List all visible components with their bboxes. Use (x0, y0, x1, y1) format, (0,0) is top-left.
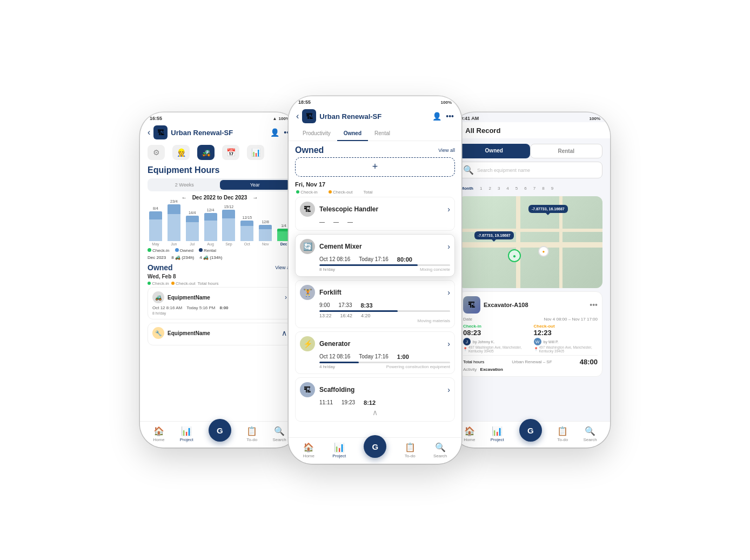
record-checkin-block: Check-in 08:23 J by Johnny K. 📍 497 Wash… (463, 324, 527, 353)
left-nav-home[interactable]: 🏠 Home (153, 426, 164, 442)
left-project-icon: 🏗 (153, 125, 168, 139)
scaffolding-total: 8:12 (364, 399, 376, 406)
right-title: All Record (465, 126, 500, 135)
left-nav-project[interactable]: 📊 Project (180, 426, 193, 442)
left-summary: Dec 2023 8 🚜 (234h) 4 🚜 (134h) (148, 255, 292, 260)
cement-note: 8 hr/day (319, 267, 335, 272)
nav-icon-person[interactable]: 👷 (172, 145, 190, 160)
month-7[interactable]: 7 (531, 185, 538, 192)
month-5[interactable]: 5 (513, 185, 520, 192)
left-nav-bar: ‹ 🏗 Urban Renewal-SF 👤 ••• (140, 122, 299, 143)
expand-icon[interactable]: ∧ (282, 329, 287, 337)
nav-icon-chart[interactable]: 📊 (247, 145, 264, 160)
right-fab[interactable]: G (519, 419, 542, 442)
cement-desc: Mixing concrete (420, 267, 450, 272)
checkout-avatar: W (534, 338, 541, 345)
center-view-all[interactable]: View all (438, 148, 455, 153)
checkout-by: W by Will P. (534, 338, 598, 345)
record-header: 🏗 Excavator-A108 ••• (463, 296, 598, 314)
map-road-v1 (516, 196, 520, 288)
scene: 16:55 ▲ 100% ‹ 🏗 Urban Renewal-SF 👤 ••• … (0, 0, 750, 560)
record-activity-row: Activity Excavation (463, 367, 598, 372)
record-date-row: Date Nov 4 08:00 – Nov 17 17:00 (463, 317, 598, 322)
checkin-label: Check-in (463, 324, 527, 329)
center-owned-header: Owned View all (295, 141, 455, 157)
center-add-user-icon[interactable]: 👤 (432, 112, 441, 121)
right-search-icon-nav: 🔍 (585, 426, 595, 436)
center-nav-actions: 👤 ••• (432, 112, 454, 121)
center-nav-search[interactable]: 🔍 Search (433, 442, 447, 458)
right-search-bar[interactable]: 🔍 Search equipment name (458, 162, 602, 178)
center-nav-home[interactable]: 🏠 Home (303, 442, 314, 458)
total-hours-val: 48:00 (580, 358, 598, 366)
center-fab[interactable]: G (364, 435, 386, 458)
tab-2weeks[interactable]: 2 Weeks (149, 180, 220, 190)
equip-name-1: EquipmentName (168, 295, 210, 301)
right-nav-search[interactable]: 🔍 Search (583, 426, 597, 442)
equip-chevron-1[interactable]: › (285, 294, 287, 301)
center-nav-bar: ‹ 🏗 Urban Renewal-SF 👤 ••• (289, 106, 461, 126)
forklift-times: 9:00 17:33 8:33 (319, 302, 450, 309)
right-nav-todo[interactable]: 📋 To-do (557, 426, 568, 442)
month-9[interactable]: 9 (549, 185, 555, 192)
record-checkout-block: Check-out 12:23 W by Will P. 📍 497 Washi… (534, 324, 598, 353)
prev-arrow[interactable]: ← (182, 195, 187, 201)
center-back-btn[interactable]: ‹ (296, 111, 299, 121)
tab-rental[interactable]: Rental (368, 126, 397, 141)
record-name: Excavator-A108 (484, 302, 586, 308)
left-nav-search[interactable]: 🔍 Search (272, 426, 286, 442)
forklift-desc: Moving materials (319, 318, 450, 323)
left-back-btn[interactable]: ‹ (148, 128, 150, 137)
month-4[interactable]: 4 (504, 185, 511, 192)
nav-icon-calendar[interactable]: 📅 (222, 145, 239, 160)
center-nav-project[interactable]: 📊 Project (332, 442, 346, 458)
project-icon-nav: 📊 (181, 426, 192, 436)
chart-bar-jun: 23/4 Jun (166, 199, 182, 246)
right-month-scroll: Month 1 2 3 4 5 6 7 8 9 (451, 183, 610, 194)
month-3[interactable]: 3 (495, 185, 502, 192)
telescopic-chevron[interactable]: › (447, 205, 450, 214)
left-fab[interactable]: G (209, 419, 231, 442)
right-nav-home[interactable]: 🏠 Home (464, 426, 475, 442)
scaffolding-expand-icon[interactable]: ∧ (372, 408, 378, 417)
next-arrow[interactable]: → (252, 195, 258, 201)
nav-icon-equipment[interactable]: 🚜 (197, 145, 215, 160)
left-owned-section: Owned View all (148, 263, 292, 272)
activity-val: Excavation (480, 367, 503, 372)
map-pin-green: ● (508, 249, 521, 262)
chart-bar-nov: 12/8 Nov (257, 220, 273, 246)
chart-bar-jul: 14/4 Jul (184, 211, 200, 246)
month-6[interactable]: 6 (522, 185, 528, 192)
month-1[interactable]: 1 (478, 185, 484, 192)
center-home-icon: 🏠 (303, 442, 314, 452)
forklift-total: 8:33 (361, 302, 373, 309)
month-2[interactable]: 2 (486, 185, 493, 192)
right-phone: 9:41 AM 100% ‹ All Record Owned Rental 🔍… (451, 112, 610, 448)
scaffolding-chevron[interactable]: › (447, 385, 450, 394)
record-more-btn[interactable]: ••• (590, 301, 598, 309)
generator-name: Generator (319, 340, 350, 348)
tab-productivity[interactable]: Productivity (296, 126, 337, 141)
right-nav-project[interactable]: 📊 Project (491, 426, 504, 442)
left-nav-todo[interactable]: 📋 To-do (246, 426, 257, 442)
forklift-chevron[interactable]: › (447, 288, 450, 297)
map-tooltip-2: -7.67733, 19.16687 (474, 231, 514, 239)
toggle-owned[interactable]: Owned (458, 144, 530, 158)
forklift-bar (319, 310, 450, 312)
map-background: -7.87733, 16.16687 -7.67733, 19.16687 ● … (458, 196, 602, 288)
month-8[interactable]: 8 (540, 185, 546, 192)
add-user-icon[interactable]: 👤 (270, 128, 279, 137)
center-nav-todo[interactable]: 📋 To-do (405, 442, 416, 458)
tab-owned[interactable]: Owned (337, 126, 368, 141)
left-chart: 8/4 May 23/4 Jun 14/4 (148, 203, 292, 246)
center-more-icon[interactable]: ••• (446, 112, 454, 121)
cement-chevron[interactable]: › (447, 242, 450, 251)
left-col-headers: Check-in Check-out Total hours (148, 281, 292, 286)
date-label: Date (463, 317, 472, 322)
center-col-headers: Check-in Check-out Total (295, 190, 455, 195)
tab-year[interactable]: Year (220, 180, 291, 190)
toggle-rental[interactable]: Rental (530, 144, 603, 158)
center-add-btn[interactable]: + (295, 157, 455, 177)
nav-icon-stats[interactable]: ⚙ (148, 145, 165, 160)
generator-chevron[interactable]: › (447, 339, 450, 348)
